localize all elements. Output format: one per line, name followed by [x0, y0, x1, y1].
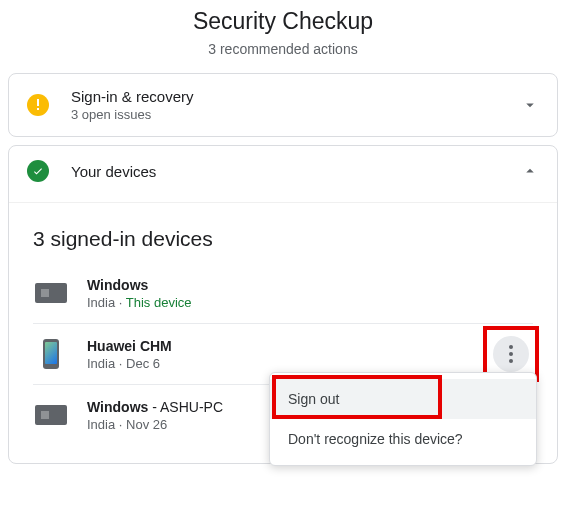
menu-signout[interactable]: Sign out	[270, 379, 536, 419]
devices-body: 3 signed-in devices Windows India · This…	[9, 202, 557, 463]
device-name: Windows	[87, 277, 533, 293]
device-info: Huawei CHM India · Dec 6	[87, 338, 533, 371]
signin-sub: 3 open issues	[71, 107, 521, 122]
signin-recovery-card: Sign-in & recovery 3 open issues	[8, 73, 558, 137]
device-meta: India · This device	[87, 295, 533, 310]
check-icon	[27, 160, 49, 182]
devices-card: Your devices 3 signed-in devices Windows…	[8, 145, 558, 464]
chevron-down-icon	[521, 96, 539, 114]
page-title: Security Checkup	[8, 8, 558, 35]
svg-rect-0	[37, 99, 39, 106]
warning-icon	[27, 94, 49, 116]
signin-title-block: Sign-in & recovery 3 open issues	[71, 88, 521, 122]
device-row: Windows India · This device	[33, 263, 533, 324]
device-row: Huawei CHM India · Dec 6 Sign out Don't …	[33, 324, 533, 385]
laptop-icon	[33, 397, 69, 433]
page-subtitle: 3 recommended actions	[8, 41, 558, 57]
device-name: Huawei CHM	[87, 338, 533, 354]
more-options-button[interactable]	[493, 336, 529, 372]
device-context-menu: Sign out Don't recognize this device?	[269, 372, 537, 466]
device-info: Windows India · This device	[87, 277, 533, 310]
page-header: Security Checkup 3 recommended actions	[8, 8, 558, 57]
signin-recovery-toggle[interactable]: Sign-in & recovery 3 open issues	[9, 74, 557, 136]
menu-dont-recognize[interactable]: Don't recognize this device?	[270, 419, 536, 459]
laptop-icon	[33, 275, 69, 311]
more-vert-icon	[509, 345, 513, 363]
devices-section-title: 3 signed-in devices	[33, 227, 533, 251]
devices-title-block: Your devices	[71, 163, 521, 180]
svg-rect-1	[37, 108, 39, 110]
phone-icon	[33, 336, 69, 372]
devices-title: Your devices	[71, 163, 521, 180]
device-meta: India · Dec 6	[87, 356, 533, 371]
signin-title: Sign-in & recovery	[71, 88, 521, 105]
chevron-up-icon	[521, 162, 539, 180]
devices-toggle[interactable]: Your devices	[9, 146, 557, 196]
